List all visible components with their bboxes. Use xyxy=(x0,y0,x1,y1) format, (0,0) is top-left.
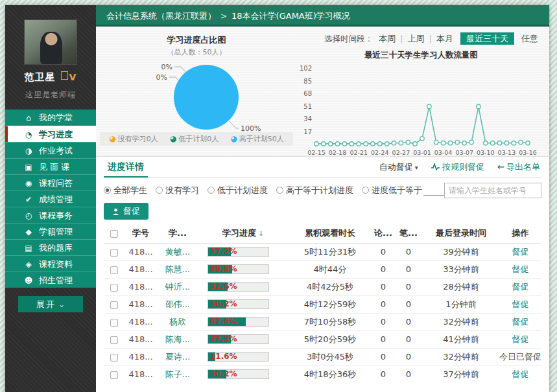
time-filter-option-4[interactable]: 任意 xyxy=(521,34,538,43)
sidebar-item-label: 招生管理 xyxy=(39,275,73,285)
column-header-3: 学习进度↓ xyxy=(198,224,288,243)
last-login-time: 1分钟前 xyxy=(423,295,499,313)
homework-exam-icon: ◑ xyxy=(23,143,34,159)
pie-slice-above-plan[interactable] xyxy=(174,65,239,130)
breadcrumb-root[interactable]: 会计信息系统（黑龙江联盟） xyxy=(106,11,216,21)
row-checkbox[interactable] xyxy=(110,266,118,274)
filter-radio-3[interactable]: 高于等于计划进度 xyxy=(276,185,353,195)
sidebar-item-5[interactable]: ✔成绩管理 xyxy=(5,190,96,207)
sidebar-item-label: 作业考试 xyxy=(39,146,73,156)
time-filter-separator: | xyxy=(429,34,432,43)
forum-count: 0 xyxy=(372,278,394,295)
sidebar-item-label: 学习进度 xyxy=(39,130,73,139)
sidebar-item-7[interactable]: ◆学籍管理 xyxy=(5,223,96,239)
watch-duration: 4时18分36秒 xyxy=(288,365,372,383)
row-checkbox[interactable] xyxy=(110,284,118,292)
student-name-link[interactable]: 陈慧... xyxy=(165,264,190,274)
progress-bar: 32.6% xyxy=(207,282,269,292)
badge-icon xyxy=(61,71,68,80)
sidebar-item-3[interactable]: ▣见 面 课 xyxy=(5,158,96,174)
urge-link[interactable]: 督促 xyxy=(512,369,529,379)
table-row: 418...杨欣62.8%7时10分58秒0032分钟前督促 xyxy=(104,313,541,330)
avatar[interactable] xyxy=(24,19,77,65)
urge-link[interactable]: 督促 xyxy=(512,247,529,257)
time-filter-option-3[interactable]: 最近三十天 xyxy=(460,32,514,45)
radio-icon[interactable] xyxy=(104,187,111,194)
sidebar-item-9[interactable]: ◈课程资料 xyxy=(5,255,96,271)
urge-button[interactable]: 督促 xyxy=(104,203,148,220)
radio-icon[interactable] xyxy=(156,187,163,194)
admissions-icon: ☻ xyxy=(23,273,34,289)
row-checkbox[interactable] xyxy=(110,336,118,344)
row-checkbox[interactable] xyxy=(110,319,118,327)
radio-icon[interactable] xyxy=(207,187,215,194)
urge-link[interactable]: 督促 xyxy=(512,299,529,309)
progress-bar: 30.2% xyxy=(207,299,269,309)
sidebar-item-2[interactable]: ◑作业考试 xyxy=(5,142,96,158)
student-name-link[interactable]: 黄敏... xyxy=(165,247,190,257)
pie-legend-item-1[interactable]: ◕低于计划0人 xyxy=(170,134,219,144)
urge-link[interactable]: 督促 xyxy=(512,317,529,327)
student-name-link[interactable]: 邵伟... xyxy=(165,299,190,309)
sidebar-item-1[interactable]: ◔学习进度 xyxy=(5,126,96,142)
sidebar-item-0[interactable]: ⌂我的学堂 xyxy=(5,110,96,126)
progress-threshold-input[interactable] xyxy=(423,186,447,196)
question-bank-icon: ▤ xyxy=(23,240,34,257)
urge-link[interactable]: 督促 xyxy=(512,334,529,344)
sidebar-item-6[interactable]: ◴课程事务 xyxy=(5,207,96,223)
home-icon: ⌂ xyxy=(23,110,34,126)
sidebar-item-label: 见 面 课 xyxy=(39,162,69,172)
pie-legend-item-0[interactable]: ◕没有学习0人 xyxy=(109,134,158,144)
pie-legend-item-2[interactable]: ◕高于计划50人 xyxy=(230,134,283,144)
sidebar-item-4[interactable]: ◉课程问答 xyxy=(5,174,96,190)
forum-count: 0 xyxy=(372,365,394,383)
sidebar-item-10[interactable]: ☻招生管理 xyxy=(5,271,96,288)
details-header: 进度详情 自动督促▾ 按规则督促 ←导出名单 xyxy=(104,157,541,178)
filter-radio-0[interactable]: 全部学生 xyxy=(104,185,147,195)
progress-percent: 62.8% xyxy=(210,317,237,326)
sidebar-item-label: 学籍管理 xyxy=(39,227,73,236)
filter-radio-2[interactable]: 低于计划进度 xyxy=(207,185,268,195)
radio-icon[interactable] xyxy=(276,187,283,194)
filter-radio-1[interactable]: 没有学习 xyxy=(156,185,199,195)
time-filter-option-0[interactable]: 本周 xyxy=(379,34,396,43)
export-list-button[interactable]: ←导出名单 xyxy=(497,162,540,172)
student-roster-icon: ◆ xyxy=(23,224,34,240)
svg-text:03-13: 03-13 xyxy=(498,149,516,156)
pie-chart-block: 学习进度占比图 （总人数：50人） 0% 0% 100% ◕没有学习0人◕低于计… xyxy=(96,27,297,156)
student-name-link[interactable]: 夏诗... xyxy=(165,352,190,362)
search-input[interactable] xyxy=(444,183,541,198)
time-filter-option-1[interactable]: 上周 xyxy=(408,34,425,43)
table-row: 418...陈子...30.2%4时18分36秒0037分钟前督促 xyxy=(104,365,541,383)
select-all-checkbox[interactable] xyxy=(110,230,118,238)
radio-icon[interactable] xyxy=(362,187,369,194)
expand-button[interactable]: 展开⌄ xyxy=(18,296,83,312)
auto-urge-dropdown[interactable]: 自动督促▾ xyxy=(379,162,418,172)
progress-percent: 11.6% xyxy=(210,352,237,361)
student-name-link[interactable]: 杨欣 xyxy=(169,317,186,327)
svg-text:34: 34 xyxy=(303,115,312,122)
student-name-link[interactable]: 陈子... xyxy=(165,369,190,379)
svg-text:68: 68 xyxy=(303,90,312,97)
tab-progress-details[interactable]: 进度详情 xyxy=(104,157,148,178)
urge-link[interactable]: 督促 xyxy=(512,282,529,292)
sort-icon[interactable]: ↓ xyxy=(258,229,264,238)
row-checkbox[interactable] xyxy=(110,371,118,379)
watch-duration: 3时0分45秒 xyxy=(288,348,372,365)
rule-urge-button[interactable]: 按规则督促 xyxy=(431,162,484,172)
row-checkbox[interactable] xyxy=(110,354,118,362)
progress-bar: 62.8% xyxy=(207,317,269,327)
urge-link[interactable]: 督促 xyxy=(512,264,529,274)
time-filter-option-2[interactable]: 本月 xyxy=(436,34,453,43)
progress-percent: 37.2% xyxy=(210,248,237,256)
sidebar-item-8[interactable]: ▤我的题库 xyxy=(5,239,96,255)
notes-count: 0 xyxy=(394,243,423,260)
row-checkbox[interactable] xyxy=(110,249,118,257)
student-name-link[interactable]: 钟沂... xyxy=(165,282,190,292)
table-row: 418...夏诗...11.6%3时0分45秒0032分钟前今日已督促 xyxy=(104,348,541,365)
filter-radio-4[interactable]: 进度低于等于% xyxy=(362,185,456,195)
notes-count: 0 xyxy=(394,348,423,365)
row-checkbox[interactable] xyxy=(110,301,118,309)
svg-text:03-07: 03-07 xyxy=(455,149,473,156)
student-name-link[interactable]: 陈海... xyxy=(165,334,190,344)
